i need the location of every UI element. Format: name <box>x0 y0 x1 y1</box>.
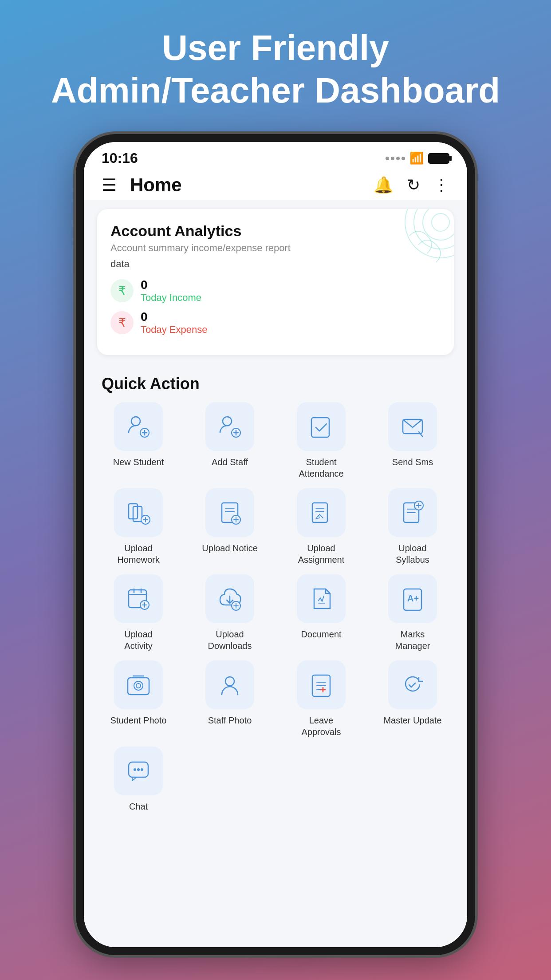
svg-point-8 <box>223 417 232 426</box>
downloads-icon <box>216 585 243 612</box>
quick-item-master-update[interactable]: Master Update <box>371 660 454 738</box>
quick-item-send-sms[interactable]: Send Sms <box>371 402 454 479</box>
svg-text:A+: A+ <box>407 593 419 603</box>
svg-rect-50 <box>128 678 149 695</box>
quick-item-staff-photo[interactable]: Staff Photo <box>189 660 271 738</box>
quick-item-student-photo[interactable]: Student Photo <box>97 660 180 738</box>
quick-item-upload-homework[interactable]: UploadHomework <box>97 488 180 565</box>
marks-manager-label: MarksManager <box>395 628 430 652</box>
upload-homework-icon-box <box>114 488 163 537</box>
upload-syllabus-icon-box <box>388 488 437 537</box>
more-icon[interactable]: ⋮ <box>433 176 449 194</box>
refresh-icon[interactable]: ↻ <box>407 176 420 194</box>
upload-assignment-label: UploadAssignment <box>298 542 345 565</box>
svg-point-63 <box>141 768 143 771</box>
homework-icon <box>125 499 152 526</box>
new-student-icon-box <box>114 402 163 451</box>
quick-item-leave-approvals[interactable]: LeaveApprovals <box>280 660 362 738</box>
upload-downloads-icon-box <box>205 574 254 623</box>
svg-point-62 <box>137 768 140 771</box>
svg-point-53 <box>225 677 234 686</box>
attendance-icon <box>308 413 335 440</box>
quick-item-chat[interactable]: Chat <box>97 747 180 812</box>
leave-icon <box>308 672 335 698</box>
app-bar-actions: 🔔 ↻ ⋮ <box>374 176 449 194</box>
quick-item-upload-assignment[interactable]: UploadAssignment <box>280 488 362 565</box>
student-add-icon <box>125 413 152 440</box>
sms-icon <box>399 413 426 440</box>
upload-activity-label: UploadActivity <box>124 628 152 652</box>
headline: User Friendly Admin/Teacher Dashboard <box>51 27 500 112</box>
svg-point-51 <box>134 681 143 690</box>
quick-item-upload-downloads[interactable]: UploadDownloads <box>189 574 271 652</box>
upload-assignment-icon-box <box>297 488 346 537</box>
master-icon <box>399 672 426 698</box>
svg-rect-26 <box>312 503 327 522</box>
new-student-label: New Student <box>113 456 164 468</box>
activity-icon <box>125 585 152 612</box>
analytics-title: Account Analytics <box>110 222 441 240</box>
svg-rect-12 <box>311 418 329 437</box>
analytics-card: Account Analytics Account summary income… <box>97 209 454 355</box>
syllabus-icon <box>399 499 426 526</box>
app-bar: ☰ Home 🔔 ↻ ⋮ <box>84 170 467 200</box>
analytics-data-label: data <box>110 258 441 270</box>
expense-info: 0 Today Expense <box>141 310 207 336</box>
document-icon-box <box>297 574 346 623</box>
leave-approvals-label: LeaveApprovals <box>302 715 341 738</box>
staff-photo-icon-box <box>205 660 254 709</box>
signal-icon <box>386 157 405 160</box>
document-icon <box>308 585 335 612</box>
status-icons: 📶 <box>386 151 449 165</box>
income-rupee-icon: ₹ <box>110 279 134 302</box>
wifi-icon: 📶 <box>409 151 424 165</box>
quick-item-document[interactable]: Document <box>280 574 362 652</box>
send-sms-label: Send Sms <box>392 456 433 468</box>
master-update-label: Master Update <box>383 715 441 726</box>
quick-action-title: Quick Action <box>84 364 467 398</box>
marks-manager-icon-box: A+ <box>388 574 437 623</box>
analytics-subtitle: Account summary income/expense report <box>110 242 441 254</box>
marks-icon: A+ <box>399 585 426 612</box>
student-photo-label: Student Photo <box>110 715 167 726</box>
master-update-icon-box <box>388 660 437 709</box>
scroll-content: Account Analytics Account summary income… <box>84 200 467 947</box>
chat-label: Chat <box>129 801 148 812</box>
leave-approvals-icon-box <box>297 660 346 709</box>
staff-photo-icon <box>216 672 243 698</box>
hamburger-icon[interactable]: ☰ <box>102 175 117 195</box>
quick-item-new-student[interactable]: New Student <box>97 402 180 479</box>
student-photo-icon <box>125 672 152 698</box>
student-attendance-icon-box <box>297 402 346 451</box>
student-attendance-label: StudentAttendance <box>299 456 343 479</box>
add-staff-label: Add Staff <box>212 456 248 468</box>
svg-line-29 <box>319 514 323 518</box>
quick-item-student-attendance[interactable]: StudentAttendance <box>280 402 362 479</box>
quick-item-upload-syllabus[interactable]: UploadSyllabus <box>371 488 454 565</box>
quick-item-marks-manager[interactable]: A+ MarksManager <box>371 574 454 652</box>
document-label: Document <box>301 628 341 640</box>
today-income-row: ₹ 0 Today Income <box>110 278 441 304</box>
expense-rupee-icon: ₹ <box>110 311 134 334</box>
upload-notice-icon-box <box>205 488 254 537</box>
phone-frame: 10:16 📶 ☰ Home 🔔 ↻ ⋮ <box>76 134 475 955</box>
upload-notice-label: Upload Notice <box>202 542 258 554</box>
staff-photo-label: Staff Photo <box>208 715 252 726</box>
notice-icon <box>216 499 243 526</box>
svg-point-52 <box>136 684 141 688</box>
upload-downloads-label: UploadDownloads <box>208 628 252 652</box>
quick-item-add-staff[interactable]: Add Staff <box>189 402 271 479</box>
add-staff-icon-box <box>205 402 254 451</box>
quick-item-upload-activity[interactable]: UploadActivity <box>97 574 180 652</box>
svg-point-4 <box>131 417 140 426</box>
assignment-icon <box>308 499 335 526</box>
bell-icon[interactable]: 🔔 <box>374 176 394 194</box>
chat-icon-box <box>114 747 163 795</box>
today-expense-amount: 0 <box>141 310 207 324</box>
today-income-amount: 0 <box>141 278 201 292</box>
quick-item-upload-notice[interactable]: Upload Notice <box>189 488 271 565</box>
today-income-label: Today Income <box>141 292 201 304</box>
chat-icon <box>125 758 152 784</box>
status-bar: 10:16 📶 <box>84 142 467 170</box>
headline-line2: Admin/Teacher Dashboard <box>51 71 500 110</box>
